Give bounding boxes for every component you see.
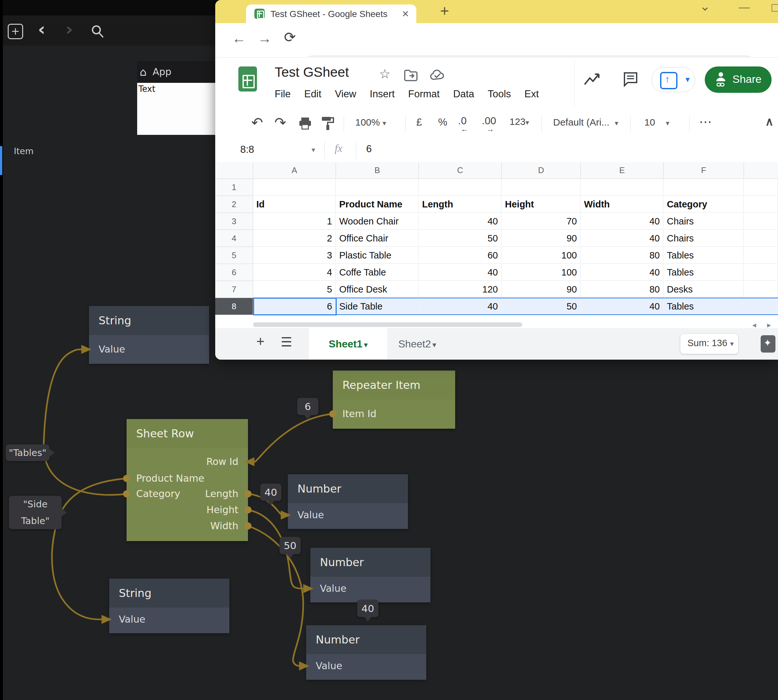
font-select[interactable]: Default (Ari... ▾ (553, 117, 618, 128)
formula-input[interactable]: 6 (366, 143, 372, 155)
browser-back-icon[interactable]: ← (232, 30, 246, 46)
browser-tab[interactable]: Test GSheet - Google Sheets ✕ (246, 5, 416, 23)
cell-G8[interactable] (744, 298, 778, 315)
cell-D4[interactable]: 90 (502, 230, 581, 247)
cell-E8[interactable]: 40 (581, 298, 663, 315)
undo-icon[interactable]: ↶ (251, 114, 263, 131)
browser-forward-icon[interactable]: → (258, 30, 272, 46)
paint-format-icon[interactable] (321, 116, 335, 131)
sum-indicator[interactable]: Sum: 136 ▾ (680, 334, 738, 354)
cell-A6[interactable]: 4 (253, 264, 336, 281)
port-row-id[interactable]: Row Id (206, 455, 238, 469)
name-box[interactable]: 8:8 (240, 144, 254, 155)
node-number-3[interactable]: Number Value (306, 625, 426, 680)
cell-A1[interactable] (253, 179, 336, 195)
port-value[interactable]: Value (320, 582, 346, 596)
edge-category-to-string1[interactable] (44, 349, 127, 495)
row-header-5[interactable]: 5 (215, 247, 253, 264)
column-header-D[interactable]: D (502, 162, 581, 179)
value-badge-50[interactable]: 50 (279, 537, 301, 554)
text-element-label[interactable]: Text (139, 84, 155, 94)
cell-C8[interactable]: 40 (419, 298, 501, 315)
explore-sparkle-icon[interactable]: ✦ (761, 335, 775, 353)
cell-A7[interactable]: 5 (253, 281, 336, 298)
zoom-select[interactable]: 100% ▾ (355, 117, 386, 128)
cloud-saved-icon[interactable] (430, 70, 444, 81)
node-repeater-item[interactable]: Repeater Item Item Id (333, 370, 455, 429)
cell-D7[interactable]: 90 (502, 281, 581, 298)
move-folder-icon[interactable] (404, 70, 417, 81)
menu-data[interactable]: Data (453, 88, 474, 100)
window-maximize-icon[interactable]: □ (771, 1, 778, 15)
tab-close-icon[interactable]: ✕ (402, 9, 409, 19)
cell-C3[interactable]: 40 (419, 213, 501, 230)
add-node-icon[interactable]: + (8, 24, 23, 39)
cell-G3[interactable] (744, 213, 778, 230)
cell-G7[interactable] (744, 281, 778, 298)
cell-B4[interactable]: Office Chair (336, 230, 419, 247)
port-value[interactable]: Value (316, 659, 342, 673)
cell-G2[interactable] (744, 196, 778, 213)
add-sheet-icon[interactable]: + (256, 333, 265, 349)
name-box-caret-icon[interactable]: ▾ (312, 146, 315, 154)
cell-G4[interactable] (744, 230, 778, 247)
cell-C6[interactable]: 40 (419, 264, 501, 281)
row-header-3[interactable]: 3 (215, 213, 253, 230)
menu-format[interactable]: Format (408, 88, 440, 100)
percent-format-button[interactable]: % (438, 116, 447, 128)
menu-edit[interactable]: Edit (304, 88, 321, 100)
column-header-F[interactable]: F (664, 162, 744, 179)
cell-D5[interactable]: 100 (502, 247, 581, 263)
port-item-id[interactable]: Item Id (342, 407, 376, 421)
cell-A3[interactable]: 1 (253, 213, 336, 230)
document-title[interactable]: Test GSheet (275, 65, 349, 80)
cell-F2[interactable]: Category (664, 196, 744, 213)
outline-item-label[interactable]: Item (14, 146, 33, 156)
increase-decimal-button[interactable]: .00→ (482, 115, 496, 127)
all-sheets-icon[interactable]: ☰ (281, 335, 292, 349)
toolbar-more-button[interactable]: ⋯ (699, 114, 712, 129)
node-string-1[interactable]: String Value (89, 306, 209, 364)
more-formats-button[interactable]: 123▾ (509, 116, 529, 127)
cell-B3[interactable]: Wooden Chair (336, 213, 419, 230)
cell-E6[interactable]: 40 (581, 264, 663, 281)
cell-G1[interactable] (744, 179, 778, 195)
cell-C4[interactable]: 50 (419, 230, 501, 247)
cell-E3[interactable]: 40 (581, 213, 663, 230)
cell-B7[interactable]: Office Desk (336, 281, 419, 298)
node-number-1[interactable]: Number Value (288, 474, 408, 529)
cell-D3[interactable]: 70 (502, 213, 581, 230)
node-string-2[interactable]: String Value (109, 578, 229, 633)
menu-tools[interactable]: Tools (488, 88, 511, 100)
cell-F8[interactable]: Tables (664, 298, 744, 315)
sheet-tab-sheet2[interactable]: Sheet2 ▾ (398, 328, 436, 360)
cell-A4[interactable]: 2 (253, 230, 336, 247)
cell-D1[interactable] (502, 179, 581, 195)
trend-history-icon[interactable] (583, 72, 601, 87)
cell-G5[interactable] (744, 247, 778, 263)
menu-file[interactable]: File (275, 88, 291, 100)
share-button[interactable]: Share (705, 67, 771, 93)
window-minimize-icon[interactable]: — (739, 1, 750, 13)
cell-F6[interactable]: Tables (664, 264, 744, 281)
value-chip-side-table[interactable]: "Side Table" (9, 496, 62, 529)
port-product-name[interactable]: Product Name (136, 472, 204, 485)
cell-E5[interactable]: 80 (581, 247, 663, 263)
currency-format-button[interactable]: £ (416, 116, 422, 128)
print-icon[interactable] (298, 117, 312, 130)
cell-E2[interactable]: Width (581, 196, 663, 213)
window-menu-icon[interactable]: ⌄ (700, 0, 711, 13)
cell-F7[interactable]: Desks (664, 281, 744, 298)
row-header-2[interactable]: 2 (215, 196, 253, 213)
forward-icon[interactable]: › (65, 18, 73, 40)
star-doc-icon[interactable]: ☆ (379, 67, 391, 81)
sheet-tab-sheet1[interactable]: Sheet1 ▾ (309, 328, 387, 360)
font-size-select[interactable]: 10 ▾ (644, 117, 669, 128)
cell-B6[interactable]: Coffe Table (336, 264, 419, 281)
collapse-toolbar-icon[interactable]: ∧ (765, 115, 773, 128)
port-value[interactable]: Value (119, 612, 145, 627)
row-header-7[interactable]: 7 (215, 281, 253, 298)
app-preview-canvas[interactable]: Text (137, 83, 215, 135)
column-header-C[interactable]: C (419, 162, 502, 179)
port-width[interactable]: Width (210, 519, 238, 533)
